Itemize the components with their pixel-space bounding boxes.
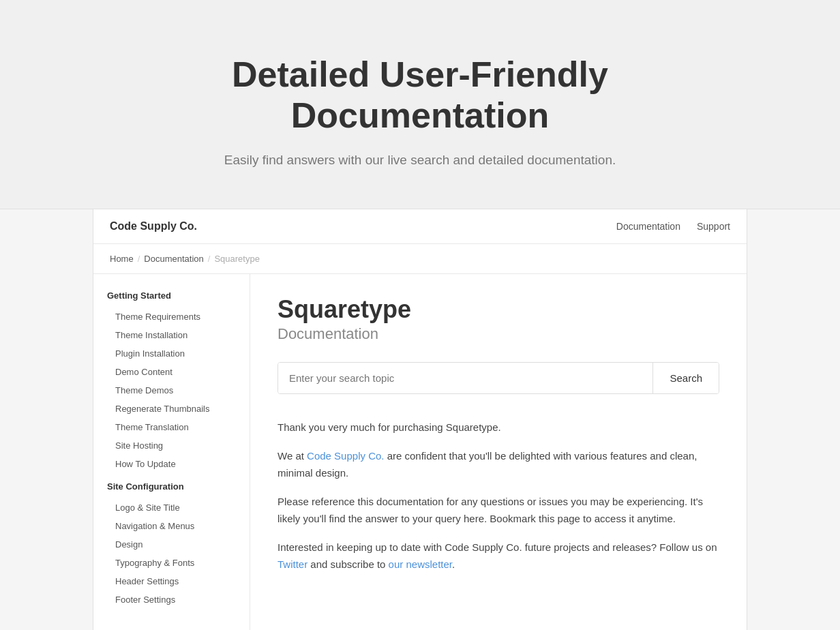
body-p3: Please reference this documentation for … <box>278 493 719 528</box>
body-p2: We at Code Supply Co. are confident that… <box>278 447 719 482</box>
search-button[interactable]: Search <box>652 363 719 393</box>
hero-subtitle: Easily find answers with our live search… <box>215 153 625 168</box>
sidebar-item-theme-installation[interactable]: Theme Installation <box>93 326 250 344</box>
breadcrumb: Home / Documentation / Squaretype <box>93 244 747 274</box>
breadcrumb-home[interactable]: Home <box>110 254 134 264</box>
search-input[interactable] <box>278 363 652 393</box>
body-text: Thank you very much for purchasing Squar… <box>278 419 719 573</box>
sidebar-item-design[interactable]: Design <box>93 535 250 554</box>
breadcrumb-sep2: / <box>208 254 211 264</box>
body-p1: Thank you very much for purchasing Squar… <box>278 419 719 436</box>
twitter-link[interactable]: Twitter <box>278 558 308 570</box>
content-area: Getting Started Theme Requirements Theme… <box>93 274 747 630</box>
hero-section: Detailed User-Friendly Documentation Eas… <box>0 0 840 209</box>
site-logo: Code Supply Co. <box>110 220 197 232</box>
sidebar-item-site-hosting[interactable]: Site Hosting <box>93 436 250 455</box>
sidebar-section-getting-started: Getting Started <box>93 290 250 308</box>
sidebar-section-site-configuration: Site Configuration <box>93 481 250 498</box>
sidebar-item-theme-translation[interactable]: Theme Translation <box>93 418 250 436</box>
sidebar-item-footer-settings[interactable]: Footer Settings <box>93 590 250 609</box>
hero-title: Detailed User-Friendly Documentation <box>181 55 659 136</box>
sidebar-item-header-settings[interactable]: Header Settings <box>93 572 250 590</box>
breadcrumb-documentation[interactable]: Documentation <box>144 254 203 264</box>
sidebar-item-plugin-installation[interactable]: Plugin Installation <box>93 344 250 363</box>
page-subtitle: Documentation <box>278 325 719 343</box>
breadcrumb-current: Squaretype <box>214 254 260 264</box>
sidebar: Getting Started Theme Requirements Theme… <box>93 274 250 630</box>
sidebar-item-theme-requirements[interactable]: Theme Requirements <box>93 308 250 326</box>
sidebar-item-typography-fonts[interactable]: Typography & Fonts <box>93 554 250 572</box>
newsletter-link[interactable]: our newsletter <box>389 558 452 570</box>
code-supply-link[interactable]: Code Supply Co. <box>307 450 384 462</box>
search-box: Search <box>278 362 719 394</box>
body-p4: Interested in keeping up to date with Co… <box>278 539 719 573</box>
sidebar-item-demo-content[interactable]: Demo Content <box>93 363 250 381</box>
main-content: Squaretype Documentation Search Thank yo… <box>250 274 747 630</box>
sidebar-item-logo-site-title[interactable]: Logo & Site Title <box>93 498 250 517</box>
nav-links: Documentation Support <box>616 221 730 232</box>
sidebar-item-how-to-update[interactable]: How To Update <box>93 455 250 473</box>
site-wrapper: Code Supply Co. Documentation Support Ho… <box>93 209 747 630</box>
page-title: Squaretype <box>278 296 719 323</box>
sidebar-item-regenerate-thumbnails[interactable]: Regenerate Thumbnails <box>93 400 250 418</box>
nav-documentation[interactable]: Documentation <box>616 221 680 232</box>
breadcrumb-sep1: / <box>138 254 140 264</box>
sidebar-item-theme-demos[interactable]: Theme Demos <box>93 381 250 400</box>
nav-support[interactable]: Support <box>697 221 730 232</box>
sidebar-item-navigation-menus[interactable]: Navigation & Menus <box>93 517 250 535</box>
top-nav: Code Supply Co. Documentation Support <box>93 209 747 244</box>
